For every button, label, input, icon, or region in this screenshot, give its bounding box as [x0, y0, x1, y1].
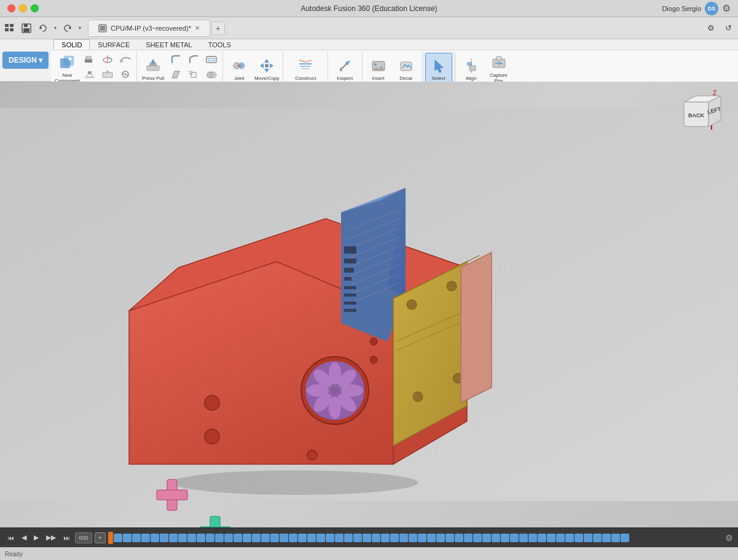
timeline-item[interactable] [326, 534, 334, 542]
select-button[interactable]: Select [425, 53, 452, 85]
timeline-last-button[interactable]: ⏭ [61, 533, 73, 543]
move-copy-button[interactable]: Move/Copy [253, 53, 280, 85]
timeline-item[interactable] [519, 534, 528, 542]
combine-button[interactable] [203, 68, 220, 83]
timeline-item[interactable] [206, 534, 214, 542]
timeline-item[interactable] [151, 534, 159, 542]
view-cube[interactable]: Z BACK LEFT [678, 87, 733, 142]
timeline-item[interactable] [335, 534, 343, 542]
timeline-item[interactable] [427, 534, 436, 542]
redo-button[interactable] [60, 21, 75, 36]
redo-dropdown[interactable]: ▾ [77, 21, 83, 36]
timeline-item[interactable] [169, 534, 178, 542]
chamfer-button[interactable] [185, 53, 202, 68]
timeline-play-button[interactable]: ▶ [31, 532, 41, 543]
shell-button[interactable] [203, 53, 220, 68]
model-canvas[interactable] [0, 82, 738, 527]
timeline-settings-button[interactable]: ⚙ [725, 533, 733, 543]
tab-solid[interactable]: SOLID [53, 39, 90, 50]
timeline-item[interactable] [399, 534, 408, 542]
maximize-button[interactable] [31, 4, 39, 12]
measure-button[interactable]: Inspect [331, 53, 358, 85]
rib-button[interactable] [99, 68, 116, 83]
extrude-button[interactable] [81, 53, 98, 68]
timeline-item[interactable] [289, 534, 297, 542]
draft-button[interactable] [167, 68, 184, 83]
timeline-item[interactable] [363, 534, 371, 542]
timeline-first-button[interactable]: ⏮ [5, 533, 17, 543]
timeline-track[interactable] [108, 532, 720, 544]
save-button[interactable] [19, 21, 34, 36]
timeline-item[interactable] [436, 534, 445, 542]
timeline-item[interactable] [344, 534, 353, 542]
revolve-button[interactable] [99, 53, 116, 68]
refresh-button[interactable]: ↺ [721, 21, 736, 36]
timeline-next-button[interactable]: ▶▶ [44, 532, 58, 543]
timeline-item[interactable] [353, 534, 362, 542]
minimize-button[interactable] [19, 4, 27, 12]
user-menu-button[interactable]: ⚙ [722, 2, 731, 14]
timeline-item[interactable] [372, 534, 380, 542]
timeline-item[interactable] [316, 534, 325, 542]
thread-button[interactable] [117, 68, 134, 83]
tab-sheet-metal[interactable]: SHEET METAL [138, 39, 200, 50]
timeline-item[interactable] [197, 534, 205, 542]
undo-dropdown[interactable]: ▾ [52, 21, 58, 36]
timeline-item[interactable] [621, 534, 629, 542]
timeline-item[interactable] [556, 534, 565, 542]
timeline-item[interactable] [565, 534, 574, 542]
timeline-item[interactable] [593, 534, 602, 542]
timeline-item[interactable] [464, 534, 473, 542]
new-tab-button[interactable]: + [211, 21, 225, 35]
timeline-item[interactable] [547, 534, 555, 542]
construct-menu-button[interactable]: Construct [292, 53, 319, 85]
timeline-prev-button[interactable]: ◀ [19, 532, 29, 543]
insert-decal-button[interactable]: Decal [393, 53, 420, 85]
timeline-item[interactable] [473, 534, 482, 542]
press-pull-button[interactable]: Press Pull [139, 53, 167, 85]
timeline-item[interactable] [482, 534, 491, 542]
timeline-add-keyframe-button[interactable]: + [95, 532, 106, 543]
timeline-item[interactable] [234, 534, 242, 542]
timeline-item[interactable] [178, 534, 187, 542]
timeline-item[interactable] [298, 534, 307, 542]
timeline-item[interactable] [381, 534, 390, 542]
new-component-button[interactable]: NewComponent [53, 53, 80, 85]
sweep-button[interactable] [117, 53, 134, 68]
timeline-item[interactable] [584, 534, 592, 542]
timeline-item[interactable] [243, 534, 251, 542]
timeline-item[interactable] [602, 534, 611, 542]
viewport[interactable]: Z BACK LEFT [0, 82, 738, 527]
timeline-item[interactable] [307, 534, 316, 542]
timeline-item[interactable] [501, 534, 509, 542]
timeline-item[interactable] [224, 534, 233, 542]
timeline-item[interactable] [492, 534, 500, 542]
joint-button[interactable]: Joint [226, 53, 253, 85]
tab-menu-button[interactable]: ⚙ [704, 21, 718, 36]
document-tab[interactable]: CPU/M-IP (v3~recovered)* ✕ [88, 20, 210, 37]
timeline-item[interactable] [132, 534, 141, 542]
timeline-item[interactable] [187, 534, 196, 542]
timeline-item[interactable] [270, 534, 279, 542]
timeline-item[interactable] [409, 534, 417, 542]
tab-tools[interactable]: TOOLS [200, 39, 239, 50]
tab-surface[interactable]: SURFACE [90, 39, 138, 50]
timeline-item[interactable] [215, 534, 224, 542]
fillet-button[interactable] [167, 53, 184, 68]
timeline-item[interactable] [575, 534, 583, 542]
timeline-item[interactable] [280, 534, 288, 542]
timeline-item[interactable] [455, 534, 463, 542]
loft-button[interactable] [81, 68, 98, 83]
timeline-item[interactable] [160, 534, 168, 542]
capture-position-button[interactable]: CapturePos [485, 53, 512, 85]
timeline-item[interactable] [510, 534, 519, 542]
timeline-item[interactable] [252, 534, 261, 542]
insert-image-button[interactable]: Insert [365, 53, 392, 85]
user-avatar[interactable]: DS [705, 2, 718, 15]
undo-button[interactable] [36, 21, 50, 36]
timeline-item[interactable] [114, 534, 122, 542]
close-button[interactable] [7, 4, 15, 12]
scale-button[interactable] [185, 68, 202, 83]
timeline-item[interactable] [611, 534, 620, 542]
timeline-item[interactable] [418, 534, 426, 542]
